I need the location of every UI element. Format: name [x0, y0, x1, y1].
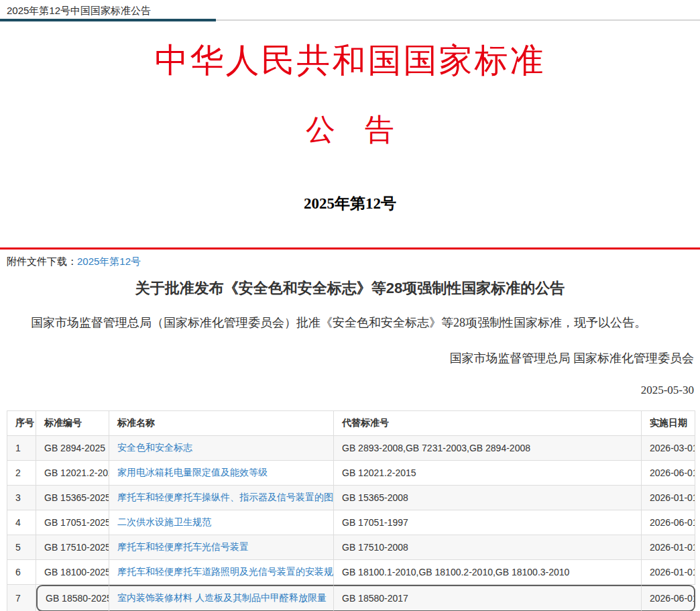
- replaced-codes-cell: GB 15365-2008: [334, 486, 642, 510]
- impl-date-cell: 2026-06-01: [642, 461, 695, 486]
- issue-number: 2025年第12号: [0, 193, 700, 214]
- announcement-date: 2025-05-30: [0, 384, 700, 397]
- column-header-code: 标准编号: [36, 411, 109, 436]
- standard-name-cell: 安全色和安全标志: [109, 436, 334, 461]
- standard-name-link[interactable]: 家用电冰箱耗电量限定值及能效等级: [117, 467, 268, 478]
- replaced-codes-cell: GB 18580-2017: [334, 585, 642, 611]
- column-header-date: 实施日期: [642, 411, 695, 436]
- row-number-cell: 4: [7, 510, 36, 535]
- table-row: 7GB 18580-2025室内装饰装修材料 人造板及其制品中甲醛释放限量GB …: [7, 585, 695, 611]
- row-number-cell: 5: [7, 535, 36, 560]
- standard-code-cell: GB 18100-2025: [36, 560, 109, 585]
- column-header-name: 标准名称: [109, 411, 334, 436]
- row-number-cell: 1: [7, 436, 36, 461]
- standard-name-link[interactable]: 安全色和安全标志: [117, 442, 192, 453]
- standard-code-cell: GB 17510-2025: [36, 535, 109, 560]
- table-row: 4GB 17051-2025二次供水设施卫生规范GB 17051-1997202…: [7, 510, 695, 535]
- table-header-row: 序号 标准编号 标准名称 代替标准号 实施日期: [7, 411, 695, 436]
- column-header-no: 序号: [7, 411, 36, 436]
- table-row: 1GB 2894-2025安全色和安全标志GB 2893-2008,GB 723…: [7, 436, 695, 461]
- replaced-codes-cell: GB 18100.1-2010,GB 18100.2-2010,GB 18100…: [334, 560, 642, 585]
- attachment-bar: 附件文件下载：2025年第12号: [0, 247, 700, 273]
- table-row: 5GB 17510-2025摩托车和轻便摩托车光信号装置GB 17510-200…: [7, 535, 695, 560]
- announcement-signature: 国家市场监督管理总局 国家标准化管理委员会: [0, 350, 700, 366]
- impl-date-cell: 2026-03-01: [642, 436, 695, 461]
- standard-code-cell: GB 2894-2025: [36, 436, 109, 461]
- impl-date-cell: 2026-06-01: [642, 510, 695, 535]
- standard-name-cell: 摩托车和轻便摩托车光信号装置: [109, 535, 334, 560]
- standard-name-link[interactable]: 摩托车和轻便摩托车操纵件、指示器及信号装置的图形符号: [117, 492, 334, 502]
- attachment-label: 附件文件下载：: [7, 256, 77, 267]
- standard-code-cell: GB 12021.2-2025: [36, 461, 109, 486]
- impl-date-cell: 2026-01-01: [642, 560, 695, 585]
- standard-code-cell: GB 18580-2025: [36, 585, 109, 611]
- row-number-cell: 3: [7, 486, 36, 510]
- standard-name-link[interactable]: 摩托车和轻便摩托车光信号装置: [117, 541, 249, 552]
- standard-name-cell: 家用电冰箱耗电量限定值及能效等级: [109, 461, 334, 486]
- document-header: 中华人民共和国国家标准 公 告 2025年第12号: [0, 42, 700, 214]
- impl-date-cell: 2026-01-01: [642, 535, 695, 560]
- standard-name-link[interactable]: 摩托车和轻便摩托车道路照明及光信号装置的安装规定: [117, 566, 334, 577]
- page-tab[interactable]: 2025年第12号中国国家标准公告: [7, 5, 151, 17]
- replaced-codes-cell: GB 17051-1997: [334, 510, 642, 535]
- table-row: 2GB 12021.2-2025家用电冰箱耗电量限定值及能效等级GB 12021…: [7, 461, 695, 486]
- standard-name-link[interactable]: 二次供水设施卫生规范: [117, 516, 211, 527]
- standards-table-body: 1GB 2894-2025安全色和安全标志GB 2893-2008,GB 723…: [7, 436, 695, 611]
- active-tab-indicator: [0, 19, 216, 21]
- row-number-cell: 6: [7, 560, 36, 585]
- attachment-link[interactable]: 2025年第12号: [77, 256, 141, 267]
- announcement-body: 国家市场监督管理总局（国家标准化管理委员会）批准《安全色和安全标志》等28项强制…: [0, 315, 700, 331]
- column-header-replaces: 代替标准号: [334, 411, 642, 436]
- standard-name-cell: 二次供水设施卫生规范: [109, 510, 334, 535]
- standard-name-link[interactable]: 室内装饰装修材料 人造板及其制品中甲醛释放限量: [117, 592, 327, 603]
- row-number-cell: 2: [7, 461, 36, 486]
- row-number-cell: 7: [7, 585, 36, 611]
- standard-code-cell: GB 17051-2025: [36, 510, 109, 535]
- standards-table: 序号 标准编号 标准名称 代替标准号 实施日期 1GB 2894-2025安全色…: [7, 410, 695, 611]
- standard-name-cell: 室内装饰装修材料 人造板及其制品中甲醛释放限量: [109, 585, 334, 611]
- standard-code-cell: GB 15365-2025: [36, 486, 109, 510]
- document-subtitle: 公 告: [0, 114, 700, 146]
- replaced-codes-cell: GB 12021.2-2015: [334, 461, 642, 486]
- page-tab-bar: 2025年第12号中国国家标准公告: [0, 0, 700, 21]
- document-title: 中华人民共和国国家标准: [0, 42, 700, 80]
- replaced-codes-cell: GB 2893-2008,GB 7231-2003,GB 2894-2008: [334, 436, 642, 461]
- table-row: 3GB 15365-2025摩托车和轻便摩托车操纵件、指示器及信号装置的图形符号…: [7, 486, 695, 510]
- replaced-codes-cell: GB 17510-2008: [334, 535, 642, 560]
- standard-name-cell: 摩托车和轻便摩托车道路照明及光信号装置的安装规定: [109, 560, 334, 585]
- table-row: 6GB 18100-2025摩托车和轻便摩托车道路照明及光信号装置的安装规定GB…: [7, 560, 695, 585]
- impl-date-cell: 2026-01-01: [642, 486, 695, 510]
- announcement-heading: 关于批准发布《安全色和安全标志》等28项强制性国家标准的公告: [0, 278, 700, 298]
- standard-name-cell: 摩托车和轻便摩托车操纵件、指示器及信号装置的图形符号: [109, 486, 334, 510]
- impl-date-cell: 2026-06-01: [642, 585, 695, 611]
